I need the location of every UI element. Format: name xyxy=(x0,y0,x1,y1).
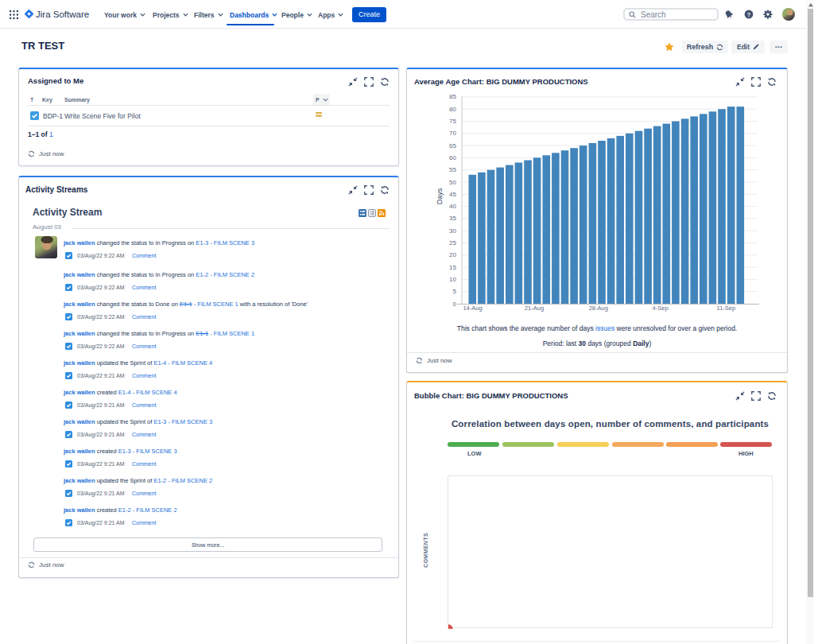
svg-text:75: 75 xyxy=(449,118,456,125)
svg-text:50: 50 xyxy=(449,179,456,186)
svg-text:35: 35 xyxy=(449,215,456,222)
svg-text:20: 20 xyxy=(449,251,456,258)
svg-text:65: 65 xyxy=(449,142,456,149)
svg-text:85: 85 xyxy=(449,93,456,100)
svg-text:80: 80 xyxy=(449,106,456,113)
svg-text:4-Sep: 4-Sep xyxy=(653,305,669,312)
svg-text:11-Sep: 11-Sep xyxy=(717,305,736,312)
svg-text:40: 40 xyxy=(449,203,456,210)
svg-text:14-Aug: 14-Aug xyxy=(463,305,482,312)
svg-text:70: 70 xyxy=(449,130,456,137)
svg-text:10: 10 xyxy=(449,276,456,283)
svg-text:30: 30 xyxy=(449,227,456,235)
svg-text:Days: Days xyxy=(436,188,444,204)
svg-text:?: ? xyxy=(747,11,751,18)
svg-text:60: 60 xyxy=(449,154,456,161)
svg-text:21-Aug: 21-Aug xyxy=(525,305,544,312)
svg-text:45: 45 xyxy=(449,191,456,198)
svg-text:55: 55 xyxy=(449,166,456,173)
svg-text:28-Aug: 28-Aug xyxy=(589,305,608,312)
svg-text:25: 25 xyxy=(449,239,456,246)
svg-text:15: 15 xyxy=(449,264,456,271)
svg-text:5: 5 xyxy=(453,288,457,295)
svg-text:0: 0 xyxy=(453,301,457,308)
